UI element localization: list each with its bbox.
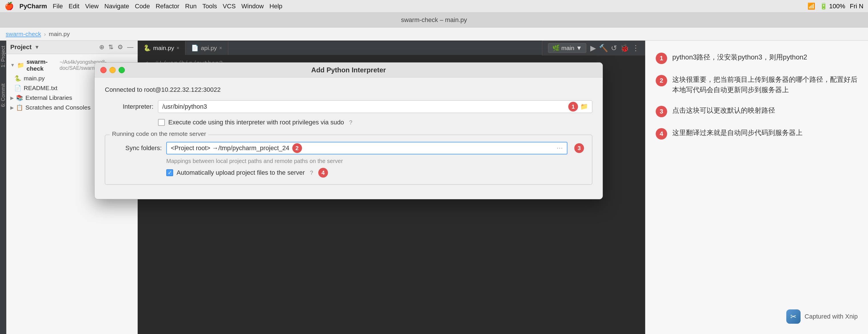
menu-view[interactable]: View <box>85 3 99 10</box>
traffic-lights <box>100 67 125 73</box>
folder-browse-icon[interactable]: 📁 <box>580 103 588 110</box>
titlebar: swarm-check – main.py <box>0 12 868 27</box>
arrow-icon-scratch: ▶ <box>10 105 14 110</box>
collapse-icon[interactable]: ⇅ <box>108 44 114 51</box>
sync-edit-icon[interactable]: ⋯ <box>557 144 563 152</box>
tab-api-py-close[interactable]: × <box>219 45 222 51</box>
library-icon: 📚 <box>16 94 23 101</box>
project-panel-header: Project ▼ ⊕ ⇅ ⚙ — <box>6 40 137 54</box>
dialog-title: Add Python Interpreter <box>311 66 386 74</box>
menu-file[interactable]: File <box>53 3 63 10</box>
locate-icon[interactable]: ⊕ <box>99 44 104 51</box>
interpreter-input[interactable]: /usr/bin/python3 1 📁 <box>158 101 592 113</box>
window-title: swarm-check – main.py <box>401 16 467 24</box>
breadcrumb-file[interactable]: main.py <box>49 31 70 37</box>
menu-run[interactable]: Run <box>185 3 196 10</box>
build-icon[interactable]: 🔨 <box>599 44 608 53</box>
run-icons: ▶ 🔨 ↺ 🐞 ⋮ <box>590 44 640 53</box>
interpreter-label: Interpreter: <box>105 103 153 110</box>
dialog-connected-text: Connected to root@10.222.32.122:30022 <box>105 86 592 93</box>
wifi-icon: 📶 <box>807 3 815 10</box>
project-panel-title: Project <box>10 44 32 51</box>
editor-tabs: 🐍 main.py × 📄 api.py × <box>138 41 542 55</box>
annotation-item-4: 4 这里翻译过来就是自动同步代码到服务器上 <box>656 128 858 140</box>
annotation-text-2: 这块很重要，把当前项目上传到服务器的哪个路径，配置好后本地写代码会自动更新同步到… <box>672 74 858 95</box>
annotation-text-1: python3路径，没安装python3，则用python2 <box>672 52 807 62</box>
breadcrumb-bar: swarm-check › main.py <box>0 27 868 40</box>
battery-icon: 🔋 100% <box>820 3 845 10</box>
tree-label-swarm-check: swarm-check <box>27 58 55 72</box>
scratches-icon: 📋 <box>16 104 23 111</box>
run-icon[interactable]: ▶ <box>590 44 596 53</box>
arrow-icon-ext: ▶ <box>10 95 14 101</box>
branch-selector[interactable]: 🌿 main ▼ <box>548 43 586 53</box>
tree-label-scratches: Scratches and Consoles <box>25 104 91 111</box>
tab-api-py[interactable]: 📄 api.py × <box>185 41 228 55</box>
annotation-panel: 1 python3路径，没安装python3，则用python2 2 这块很重要… <box>645 40 868 334</box>
apple-icon[interactable]: 🍎 <box>5 2 14 10</box>
settings-icon[interactable]: ⚙ <box>117 44 123 51</box>
minimize-button[interactable] <box>110 67 116 73</box>
tab-main-py-close[interactable]: × <box>177 45 180 51</box>
app-name[interactable]: PyCharm <box>20 3 47 10</box>
clock: Fri N <box>850 3 863 10</box>
menubar: 🍎 PyCharm File Edit View Navigate Code R… <box>0 0 868 12</box>
annotation-text-4: 这里翻译过来就是自动同步代码到服务器上 <box>672 128 803 138</box>
text-file-icon: 📄 <box>14 85 22 91</box>
branch-name: main <box>561 45 575 52</box>
sync-folders-field: Sync folders: <Project root> →/tmp/pycha… <box>113 142 584 155</box>
sync-label: Sync folders: <box>113 144 162 152</box>
vertical-tab-label-project[interactable]: 1: Project <box>0 44 7 70</box>
annotation-num-2: 2 <box>656 75 667 86</box>
close-button[interactable] <box>100 67 106 73</box>
capture-label: Captured with Xnip <box>805 313 858 320</box>
dialog-titlebar: Add Python Interpreter <box>95 63 602 78</box>
auto-upload-checkbox[interactable]: ✓ <box>166 169 173 176</box>
menu-window[interactable]: Window <box>241 3 264 10</box>
menu-code[interactable]: Code <box>135 3 150 10</box>
folder-icon: 📁 <box>17 62 24 68</box>
xnip-icon: ✂ <box>786 309 801 324</box>
help-icon-upload[interactable]: ? <box>310 170 313 176</box>
help-icon-sudo[interactable]: ? <box>349 119 352 126</box>
menu-tools[interactable]: Tools <box>202 3 217 10</box>
remote-server-section: Running code on the remote server Sync f… <box>105 135 592 185</box>
vertical-tab: 1: Project 6: Commit <box>0 40 6 334</box>
checkbox-row: Execute code using this interpreter with… <box>105 119 592 126</box>
tab-api-py-label: api.py <box>201 45 217 52</box>
project-dropdown-icon[interactable]: ▼ <box>35 44 40 50</box>
menu-vcs[interactable]: VCS <box>223 3 236 10</box>
reload-icon[interactable]: ↺ <box>611 44 617 53</box>
maximize-button[interactable] <box>119 67 125 73</box>
annotation-num-4: 4 <box>656 128 667 140</box>
menu-help[interactable]: Help <box>270 3 282 10</box>
debug-icon[interactable]: 🐞 <box>620 44 629 53</box>
vertical-tab-label-commit[interactable]: 6: Commit <box>0 81 7 109</box>
sudo-checkbox-label: Execute code using this interpreter with… <box>168 119 344 126</box>
tree-label-main-py: main.py <box>24 75 45 82</box>
badge-3: 3 <box>574 143 584 153</box>
auto-upload-label: Automatically upload project files to th… <box>177 169 305 176</box>
hide-icon[interactable]: — <box>127 44 133 51</box>
sudo-checkbox[interactable] <box>158 119 165 126</box>
tree-label-ext-libs: External Libraries <box>25 94 72 101</box>
badge-4: 4 <box>318 168 328 177</box>
project-header-icons: ⊕ ⇅ ⚙ — <box>99 44 133 51</box>
interpreter-value: /usr/bin/python3 <box>162 103 207 110</box>
more-icon[interactable]: ⋮ <box>632 44 640 53</box>
menu-edit[interactable]: Edit <box>69 3 80 10</box>
arrow-icon: ▼ <box>10 63 15 68</box>
tab-main-py[interactable]: 🐍 main.py × <box>138 41 185 55</box>
menubar-right: 📶 🔋 100% Fri N <box>807 3 863 10</box>
menu-refactor[interactable]: Refactor <box>156 3 179 10</box>
section-title: Running code on the remote server <box>110 131 208 137</box>
menu-navigate[interactable]: Navigate <box>104 3 129 10</box>
breadcrumb-project[interactable]: swarm-check <box>6 31 41 37</box>
tab-main-py-icon: 🐍 <box>144 45 151 52</box>
sync-input[interactable]: <Project root> →/tmp/pycharm_project_24 … <box>166 142 567 155</box>
auto-upload-row: ✓ Automatically upload project files to … <box>113 168 584 177</box>
annotation-num-3: 3 <box>656 106 667 117</box>
interpreter-field: Interpreter: /usr/bin/python3 1 📁 <box>105 101 592 113</box>
annotation-item-2: 2 这块很重要，把当前项目上传到服务器的哪个路径，配置好后本地写代码会自动更新同… <box>656 74 858 95</box>
run-toolbar: 🌿 main ▼ ▶ 🔨 ↺ 🐞 ⋮ <box>542 40 645 55</box>
